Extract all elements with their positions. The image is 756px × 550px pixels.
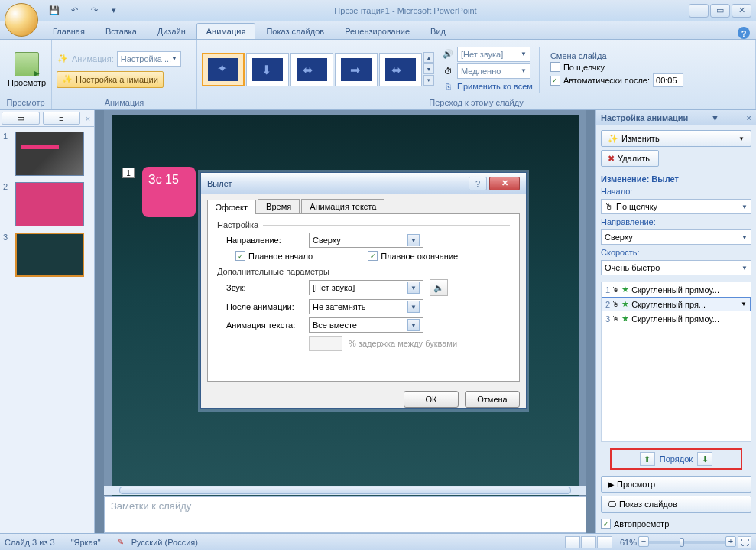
zoom-slider[interactable] [649,541,725,544]
window-title: Презентация1 - Microsoft PowerPoint [122,6,689,15]
dialog-close-button[interactable]: ✕ [489,177,520,190]
gallery-up[interactable]: ▲ [423,52,434,63]
close-button[interactable]: ✕ [732,4,751,18]
tab-home[interactable]: Главная [43,23,95,39]
thumbs-tab-slides[interactable]: ▭ [2,112,40,125]
start-label: Начало: [601,187,751,196]
sound-volume-button[interactable]: 🔈 [430,279,448,296]
auto-after-checkbox[interactable]: ✓ [550,76,560,86]
transition-3[interactable]: ➡ [335,53,378,86]
mouse-icon: 🖱 [612,315,619,323]
extra-group-label: Дополнительные параметры [217,267,510,276]
smooth-end-label: Плавное окончание [381,252,458,261]
thumbs-tab-outline[interactable]: ≡ [43,112,81,125]
anim-item-1[interactable]: 1 🖱 ★ Скругленный прямоу... [602,282,751,297]
auto-after-time[interactable]: 00:05 [653,73,683,87]
help-button[interactable]: ? [738,27,750,39]
text-anim-field[interactable]: Все вместе▼ [309,317,423,333]
tab-design[interactable]: Дизайн [148,23,196,39]
tab-insert[interactable]: Вставка [96,23,147,39]
smooth-end-checkbox[interactable]: ✓ [368,251,378,261]
star-icon: ✨ [608,134,618,144]
tab-view[interactable]: Вид [420,23,456,39]
dialog-help-button[interactable]: ? [469,177,487,190]
anim-pane-dropdown[interactable]: ▼ [711,113,719,122]
maximize-button[interactable]: ▭ [710,4,730,18]
qat-customize[interactable]: ▾ [105,2,122,19]
qat-undo[interactable]: ↶ [66,2,83,19]
animation-list[interactable]: 1 🖱 ★ Скругленный прямоу... 2 🖱 ★ Скругл… [601,282,751,442]
qat-redo[interactable]: ↷ [86,2,102,19]
apply-to-all[interactable]: ⎘ Применить ко всем [442,80,533,93]
mouse-icon: 🖱 [612,301,619,308]
direction-field[interactable]: Сверху▼ [309,233,423,248]
gallery-more[interactable]: ▾ [423,75,434,86]
autopreview-checkbox[interactable]: ✓ [601,519,611,529]
thumb-3[interactable]: 3 [3,233,91,277]
anim-item-3[interactable]: 3 🖱 ★ Скругленный прямоу... [602,311,751,326]
spellcheck-icon[interactable]: ✎ [117,537,124,547]
dialog-tab-effect[interactable]: Эффект [207,200,256,214]
thumb-2[interactable]: 2 [3,182,91,226]
move-down-button[interactable]: ⬇ [697,452,712,466]
item-dropdown[interactable]: ▼ [741,301,747,308]
delay-label: % задержка между буквами [349,339,457,348]
notes-area[interactable]: Заметки к слайду [104,496,586,533]
preview-icon [15,52,39,76]
anim-pane-close[interactable]: × [747,113,751,122]
ok-button[interactable]: ОК [404,391,459,408]
after-field-label: После анимации: [226,302,303,311]
star-icon: ★ [621,285,629,295]
start-combo[interactable]: 🖱 По щелчку▼ [601,199,751,214]
fit-to-window[interactable]: ⛶ [738,536,751,548]
status-language[interactable]: Русский (Россия) [131,538,198,547]
horizontal-scrollbar[interactable] [104,486,586,495]
direction-field-label: Направление: [226,236,303,245]
dialog-tab-textanim[interactable]: Анимация текста [301,199,384,213]
apply-icon: ⎘ [442,80,454,93]
thumbs-close[interactable]: × [82,110,94,126]
view-slideshow[interactable] [597,536,612,548]
view-sorter[interactable] [581,536,596,548]
office-button[interactable] [5,3,38,37]
preview-button[interactable]: Просмотр [5,50,49,89]
transition-none[interactable]: ✦ [202,53,245,86]
move-up-button[interactable]: ⬆ [640,452,655,466]
transition-sound-combo[interactable]: [Нет звука]▼ [457,47,530,62]
speed-combo[interactable]: Очень быстро▼ [601,260,751,275]
dialog-tab-timing[interactable]: Время [258,199,300,213]
thumb-1[interactable]: 1 [3,132,91,176]
mouse-icon: 🖱 [612,286,619,294]
pane-preview-button[interactable]: ▶ Просмотр [601,476,751,493]
tab-review[interactable]: Рецензирование [335,23,420,39]
pane-slideshow-button[interactable]: 🖵 Показ слайдов [601,496,751,513]
direction-combo[interactable]: Сверху▼ [601,229,751,245]
view-normal[interactable] [565,536,580,548]
on-click-checkbox[interactable] [550,62,560,72]
change-effect-button[interactable]: ✨ Изменить ▼ [601,130,751,147]
minimize-button[interactable]: _ [689,4,709,18]
qat-save[interactable]: 💾 [46,2,63,19]
animation-combo[interactable]: Настройка ...▼ [117,51,181,67]
after-field[interactable]: Не затемнять▼ [309,299,423,314]
anim-item-2[interactable]: 2 🖱 ★ Скругленный пря... ▼ [602,297,751,311]
transition-1[interactable]: ⬇ [246,53,289,86]
slide-shape[interactable]: Зс 15 [142,167,196,217]
transition-4[interactable]: ⬌ [379,53,422,86]
transition-speed-combo[interactable]: Медленно▼ [457,63,530,79]
advance-slide-title: Смена слайда [550,51,683,60]
mouse-icon: 🖱 [605,202,613,211]
gallery-down[interactable]: ▼ [423,63,434,74]
tab-slideshow[interactable]: Показ слайдов [256,23,334,39]
smooth-start-checkbox[interactable]: ✓ [235,251,245,261]
cancel-button[interactable]: Отмена [465,391,520,408]
transition-2[interactable]: ⬌ [290,53,333,86]
sound-field[interactable]: [Нет звука]▼ [309,280,423,295]
sound-icon: 🔊 [442,48,454,60]
zoom-level[interactable]: 61% [620,538,637,547]
anim-pane-title: Настройка анимации [601,113,688,122]
transition-gallery[interactable]: ✦ ⬇ ⬌ ➡ ⬌ ▲ ▼ ▾ [202,52,434,86]
tab-animation[interactable]: Анимация [196,23,256,39]
remove-effect-button[interactable]: ✖ Удалить [601,150,659,167]
custom-animation-button[interactable]: ✨ Настройка анимации [57,71,164,88]
